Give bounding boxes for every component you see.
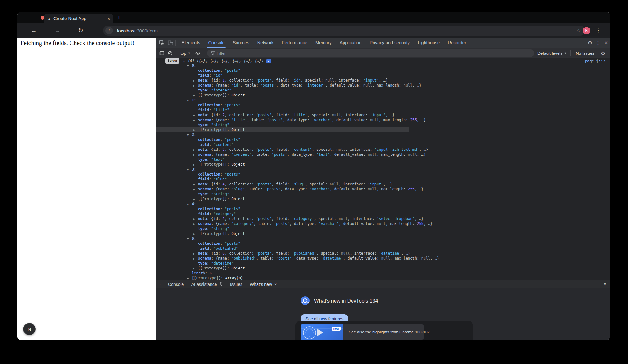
devtools-tab-recorder[interactable]: Recorder xyxy=(444,38,470,48)
devtools-tab-privacy-and-security[interactable]: Privacy and security xyxy=(365,38,414,48)
omnibox[interactable]: i localhost:3000/form ☆ xyxy=(103,26,585,36)
devtools-tab-sources[interactable]: Sources xyxy=(229,38,253,48)
console-row: ▼5: xyxy=(156,236,610,241)
back-button[interactable]: ← xyxy=(30,27,38,35)
console-token: : xyxy=(211,222,216,226)
disclosure-triangle-icon[interactable]: ▼ xyxy=(187,202,192,207)
disclosure-triangle-icon[interactable]: ▶ xyxy=(193,251,198,256)
disclosure-triangle-icon[interactable]: ▶ xyxy=(193,256,198,261)
disclosure-triangle-icon[interactable]: ▼ xyxy=(187,63,192,68)
disclosure-triangle-icon[interactable]: ▶ xyxy=(193,152,198,157)
forward-button[interactable]: → xyxy=(53,27,62,35)
source-link[interactable]: page.js:7 xyxy=(585,59,605,64)
disclosure-triangle-icon[interactable]: ▶ xyxy=(193,93,198,98)
devtools-tab-application[interactable]: Application xyxy=(335,38,365,48)
highlight-row[interactable]: See also the highlights from Chrome 130-… xyxy=(343,324,424,340)
disclosure-triangle-icon[interactable]: ▶ xyxy=(193,113,198,118)
drawer-tab-issues[interactable]: Issues xyxy=(226,280,246,289)
console-token: , xyxy=(305,182,310,186)
devtools-tab-network[interactable]: Network xyxy=(253,38,278,48)
disclosure-triangle-icon[interactable]: ▶ xyxy=(193,182,198,187)
devtools-tab-lighthouse[interactable]: Lighthouse xyxy=(414,38,444,48)
console-token: 255 xyxy=(417,222,424,226)
disclosure-triangle-icon[interactable]: ▼ xyxy=(187,133,192,138)
disclosure-triangle-icon[interactable]: ▶ xyxy=(193,187,198,192)
drawer-tabs: ConsoleAI assistanceIssuesWhat's new× xyxy=(164,280,280,289)
filter-input[interactable] xyxy=(216,51,495,56)
devtools-tab-elements[interactable]: Elements xyxy=(177,38,204,48)
context-selector[interactable]: top xyxy=(180,51,186,56)
console-sidebar-icon[interactable] xyxy=(159,50,165,56)
console-token: [[Prototype]] xyxy=(198,128,227,132)
console-token: : xyxy=(271,256,276,260)
disclosure-triangle-icon[interactable]: ▼ xyxy=(187,167,192,172)
console-token: : xyxy=(207,217,211,221)
disclosure-triangle-icon[interactable]: ▶ xyxy=(193,197,198,202)
devtools-tab-console[interactable]: Console xyxy=(204,38,229,48)
profile-avatar[interactable]: K xyxy=(583,27,590,34)
console-token: , xyxy=(307,113,312,117)
disclosure-triangle-icon[interactable]: ▶ xyxy=(193,217,198,222)
devtools-menu-icon[interactable]: ⋮ xyxy=(594,40,602,46)
drawer-tab-ai-assistance[interactable]: AI assistance xyxy=(187,280,226,289)
drawer-close-icon[interactable]: × xyxy=(604,281,606,287)
console-token: schema xyxy=(198,83,211,87)
console-settings-icon[interactable]: ⚙ xyxy=(599,50,607,56)
live-expression-eye-icon[interactable] xyxy=(195,50,201,56)
devtools-tab-performance[interactable]: Performance xyxy=(278,38,311,48)
disclosure-triangle-icon[interactable]: ▶ xyxy=(193,266,198,271)
device-toolbar-icon[interactable] xyxy=(167,40,173,46)
console-token: : xyxy=(227,256,231,260)
console-token: : xyxy=(251,182,256,186)
tab-strip: ▲ Create Next App × + xyxy=(17,12,610,23)
console-token: : xyxy=(227,93,231,97)
divider xyxy=(175,40,176,46)
console-token: , xyxy=(316,251,321,256)
console-token: : xyxy=(207,182,211,186)
devtools-tab-memory[interactable]: Memory xyxy=(311,38,335,48)
disclosure-triangle-icon[interactable]: ▶ xyxy=(193,147,198,152)
disclosure-triangle-icon[interactable]: ▶ xyxy=(193,118,198,123)
console-filter[interactable] xyxy=(207,49,534,57)
drawer-tab-close-icon[interactable]: × xyxy=(274,280,277,289)
nextjs-devtools-button[interactable]: N xyxy=(23,323,36,335)
console-token: 'category' xyxy=(292,217,314,221)
site-info-icon[interactable]: i xyxy=(105,27,113,34)
browser-tab[interactable]: ▲ Create Next App × xyxy=(44,14,113,23)
disclosure-triangle-icon[interactable]: ▶ xyxy=(193,78,198,83)
disclosure-triangle-icon[interactable]: ▶ xyxy=(193,222,198,226)
disclosure-triangle-icon[interactable]: ▼ xyxy=(187,98,192,103)
console-token: name xyxy=(218,152,227,157)
console-token: : xyxy=(305,187,310,191)
console-token: (6) [{…}, {…}, {…}, {…}, {…}, {…}] xyxy=(188,59,264,63)
disclosure-triangle-icon[interactable]: ▼ xyxy=(187,236,192,241)
disclosure-triangle-icon[interactable]: ▶ xyxy=(187,276,192,280)
disclosure-triangle-icon[interactable]: ▶ xyxy=(193,231,198,236)
console-token: : xyxy=(209,177,213,181)
new-tab-button[interactable]: + xyxy=(115,14,123,22)
console-token: : xyxy=(194,63,196,68)
console-token: collection xyxy=(198,68,220,73)
disclosure-triangle-icon[interactable]: ▶ xyxy=(193,128,198,133)
tab-close-icon[interactable]: × xyxy=(107,16,110,21)
console-toolbar-right: Default levels ▼ No Issues ⚙ xyxy=(534,50,607,56)
console-token: : xyxy=(227,266,231,270)
whats-new-card[interactable]: new See also the highlights from Chrome … xyxy=(295,321,473,340)
console-token: : xyxy=(218,251,222,256)
log-levels-dropdown[interactable]: Default levels xyxy=(537,51,562,56)
drawer-menu-icon[interactable]: ⋮ xyxy=(156,282,164,287)
browser-menu-icon[interactable]: ⋮ xyxy=(596,27,601,35)
clear-console-icon[interactable] xyxy=(167,50,173,56)
reload-button[interactable]: ↻ xyxy=(77,27,85,35)
inspect-element-icon[interactable] xyxy=(159,40,165,46)
bookmark-star-icon[interactable]: ☆ xyxy=(576,28,581,34)
disclosure-triangle-icon[interactable]: ▶ xyxy=(193,83,198,88)
issues-counter[interactable]: No Issues xyxy=(576,51,594,56)
drawer-tab-console[interactable]: Console xyxy=(164,280,187,289)
devtools-close-icon[interactable]: × xyxy=(602,40,610,46)
disclosure-triangle-icon[interactable]: ▶ xyxy=(193,162,198,167)
console-token: null xyxy=(368,187,377,191)
devtools-settings-icon[interactable]: ⚙ xyxy=(586,40,594,46)
console-token: schema xyxy=(198,152,211,157)
drawer-tab-what-s-new[interactable]: What's new× xyxy=(246,280,280,289)
